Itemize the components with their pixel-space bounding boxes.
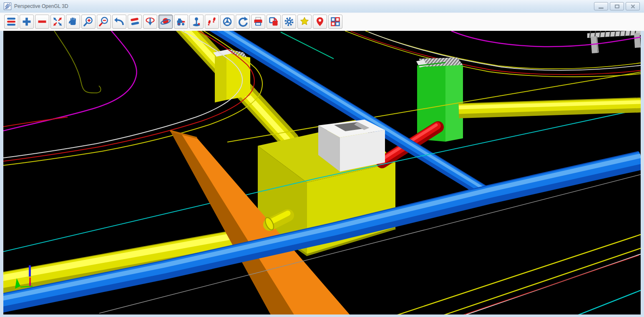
offset-pills-icon: [129, 16, 140, 27]
menu-icon: [6, 16, 17, 27]
title-bar: Perspective OpenGL 3D: [0, 0, 644, 12]
joystick-button[interactable]: [189, 15, 204, 29]
undo-button[interactable]: [112, 15, 126, 29]
minus-icon: [37, 16, 48, 27]
favorites-button[interactable]: [297, 15, 312, 29]
gear-icon: [284, 16, 294, 27]
window-controls: [594, 2, 640, 10]
pan-button[interactable]: [66, 15, 80, 29]
viewport-layout-button[interactable]: [328, 15, 342, 29]
joystick-icon: [191, 16, 202, 27]
look-down-button[interactable]: [143, 15, 157, 29]
close-icon: [631, 4, 635, 9]
star-icon: [299, 16, 310, 27]
location-button[interactable]: [313, 15, 327, 29]
minimize-button[interactable]: [594, 2, 608, 10]
hand-icon: [68, 16, 78, 27]
parallel-offset-button[interactable]: [128, 15, 142, 29]
printer-icon: [253, 16, 264, 27]
app-window: Perspective OpenGL 3D: [0, 0, 644, 317]
minimize-icon: [599, 7, 604, 9]
expand-arrows-icon: [52, 16, 63, 27]
app-icon: [4, 2, 11, 10]
add-button[interactable]: [20, 15, 34, 29]
grid-layout-icon: [330, 16, 341, 27]
steer-button[interactable]: [220, 15, 234, 29]
zoom-out-button[interactable]: [97, 15, 111, 29]
maximize-icon: [615, 5, 619, 8]
orbit-planet-icon: [160, 16, 171, 27]
menu-button[interactable]: [4, 15, 18, 29]
fit-extents-button[interactable]: [50, 15, 65, 29]
footsteps-icon: [206, 16, 217, 27]
yellow-right-pipe: [459, 102, 641, 111]
zoom-out-icon: [98, 16, 109, 27]
settings-button[interactable]: [282, 15, 296, 29]
plus-icon: [21, 16, 32, 27]
close-button[interactable]: [626, 2, 640, 10]
steering-wheel-icon: [222, 16, 233, 27]
viewport-3d[interactable]: [3, 31, 641, 315]
zoom-in-button[interactable]: [81, 15, 96, 29]
opengl-scene: [3, 31, 641, 315]
small-yellow-manhole: [213, 49, 250, 102]
print-button[interactable]: [251, 15, 265, 29]
export-button[interactable]: [267, 15, 281, 29]
map-pin-icon: [314, 16, 325, 27]
walk-button[interactable]: [205, 15, 219, 29]
window-title: Perspective OpenGL 3D: [14, 3, 68, 9]
zoom-in-icon: [83, 16, 94, 27]
export-copy-icon: [268, 16, 279, 27]
refresh-icon: [237, 16, 248, 27]
remove-button[interactable]: [35, 15, 49, 29]
undo-arrow-icon: [114, 16, 125, 27]
drive-vehicle-icon: [176, 16, 186, 27]
orbit-button[interactable]: [158, 15, 173, 29]
toolbar: [0, 12, 644, 31]
refresh-button[interactable]: [236, 15, 250, 29]
eye-arrow-icon: [145, 16, 156, 27]
maximize-button[interactable]: [610, 2, 624, 10]
drive-button[interactable]: [174, 15, 188, 29]
